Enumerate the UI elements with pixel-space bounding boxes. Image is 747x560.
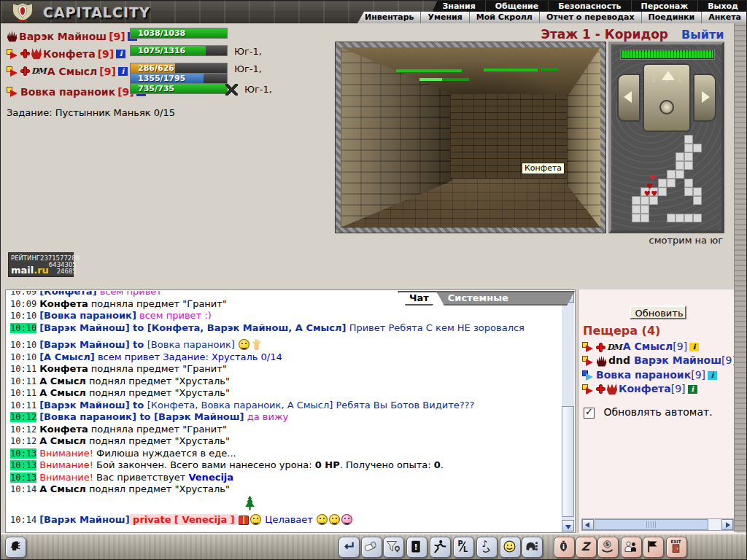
pl-icon: PL <box>455 539 471 554</box>
player-name[interactable]: Варэк Майнош <box>19 31 107 42</box>
people-button[interactable] <box>621 537 642 558</box>
info-icon[interactable]: i <box>116 50 125 58</box>
player-name[interactable]: Конфета <box>43 48 96 60</box>
strafe-left-button[interactable] <box>617 74 640 122</box>
chat-player-link[interactable]: [Варэк Майнош] <box>154 411 244 422</box>
chat-text: to <box>136 411 154 422</box>
gift-emoticon <box>239 516 249 525</box>
sub-menu-item[interactable]: Поединки <box>641 12 702 23</box>
scroll-down-button[interactable] <box>562 520 574 532</box>
door-alert-button[interactable]: ! <box>406 537 427 558</box>
chat-text: 0 <box>434 459 441 470</box>
sub-menu-item[interactable]: Анкета <box>701 12 747 23</box>
dungeon-viewport[interactable]: Конфета <box>335 42 606 233</box>
chat-timestamp: 10:12 <box>10 412 36 422</box>
map-cell <box>632 214 640 222</box>
transfer-button[interactable]: Z <box>576 537 597 558</box>
music-hand-button[interactable]: ♪ <box>476 537 498 558</box>
hp-bar: 1355/1795 <box>131 74 227 83</box>
chat-player-link[interactable]: [Варэк Майнош] <box>39 322 129 333</box>
chat-message: 10:13Внимание! Бой закончен. Всего вами … <box>10 459 560 472</box>
rating-badge[interactable]: РЕЙТИНГ 2371577288 mail.ru 6434305 24685 <box>8 252 74 277</box>
chat-player-link[interactable]: [Вовка параноик] <box>39 310 136 321</box>
player-name[interactable]: А Смысл <box>623 341 673 352</box>
turn-around-button[interactable] <box>659 100 674 114</box>
chat-tab-inactive[interactable]: Системные сообщения <box>436 291 575 306</box>
info-icon[interactable]: i <box>118 67 128 76</box>
player-level: [9] <box>109 31 125 42</box>
top-menu-item[interactable]: Общение <box>485 1 548 12</box>
dm-icon: DM <box>607 343 622 352</box>
top-menu-item[interactable]: Знания <box>433 1 485 12</box>
exit-link[interactable]: Выйти <box>681 28 724 42</box>
minimap-panel: ♥♥♥ <box>608 42 724 233</box>
panel-hscrollbar[interactable] <box>581 518 734 531</box>
sub-menu-item[interactable]: Мой Скролл <box>469 12 539 23</box>
hscroll-right-button[interactable] <box>721 519 733 530</box>
chat-scrollbar[interactable] <box>562 291 574 532</box>
chat-player-link[interactable]: [Варэк Майнош] <box>39 514 129 525</box>
sub-menu-item[interactable]: Отчет о переводах <box>539 12 641 23</box>
top-menu-item[interactable]: Безопасность <box>548 1 630 12</box>
map-heart-marker: ♥ <box>644 190 651 198</box>
chat-player-link[interactable]: [А Смысл] <box>39 351 95 362</box>
overhead-hp-bar <box>484 69 538 71</box>
smiley-face-button[interactable] <box>500 537 521 558</box>
chat-text: Вас приветствует <box>93 472 189 483</box>
map-cell <box>693 196 702 205</box>
smiley-emoticon <box>239 339 249 350</box>
player-name[interactable]: А Смысл <box>47 66 98 77</box>
exit-door-button[interactable]: EXIT <box>666 537 687 558</box>
info-icon[interactable]: i <box>708 371 717 380</box>
sub-menu-item[interactable]: Умения <box>420 12 468 23</box>
map-cell <box>693 214 702 222</box>
top-menu-item[interactable]: Выход <box>697 1 747 12</box>
chat-text: to <box>130 400 147 411</box>
coin-hand-button[interactable]: 5 <box>597 537 619 558</box>
info-bag-icon: i <box>556 539 571 554</box>
chat-player-link[interactable]: [Варэк Майнош] <box>39 339 129 350</box>
eraser-button[interactable] <box>361 537 382 558</box>
chat-player-link[interactable]: [Конфета, Варэк Майнош, А Смысл] <box>147 322 347 333</box>
move-forward-button[interactable] <box>662 71 675 80</box>
strafe-right-button[interactable] <box>693 74 716 122</box>
chat-text: поднял предмет "Хрусталь" <box>86 435 230 446</box>
filter-button[interactable] <box>383 537 404 558</box>
map-cell <box>640 214 649 222</box>
player-name[interactable]: Варэк Майнош <box>634 354 721 366</box>
map-cell <box>676 161 684 170</box>
refresh-button[interactable]: Обновить <box>630 306 686 319</box>
chat-text: Конфета <box>39 298 88 309</box>
tree-emoticon <box>244 496 255 510</box>
room-player-row: Конфета[9]i <box>582 383 736 395</box>
flag-button[interactable] <box>643 537 664 558</box>
player-name[interactable]: Вовка параноик <box>596 369 691 381</box>
player-name[interactable]: Вовка параноик <box>20 86 115 98</box>
info-icon[interactable]: i <box>689 343 699 351</box>
info-bag-button[interactable]: i <box>554 537 575 558</box>
chat-player-link[interactable]: [Вовка параноик] <box>39 411 136 422</box>
top-menu-item[interactable]: Персонаж <box>631 1 698 12</box>
info-icon[interactable]: i <box>688 385 697 394</box>
helmet-settings-button[interactable] <box>522 537 543 558</box>
hscroll-thumb[interactable] <box>595 519 708 530</box>
player-name[interactable]: Конфета <box>619 383 671 394</box>
chat-timestamp: 10:11 <box>10 376 36 386</box>
enter-button[interactable] <box>338 537 360 558</box>
chat-player-link[interactable]: [Варэк Майнош] <box>39 400 129 411</box>
scroll-thumb[interactable] <box>562 406 574 517</box>
svg-text:P: P <box>457 540 462 548</box>
quest-text: Задание: Пустынник Маньяк 0/15 <box>7 107 175 118</box>
chat-text: . <box>441 459 444 470</box>
minimap-grid[interactable]: ♥♥♥ <box>623 135 719 228</box>
map-cell <box>658 187 667 196</box>
chat-tab-active[interactable]: Чат <box>398 291 441 306</box>
hscroll-left-button[interactable] <box>582 519 594 530</box>
speak-button[interactable] <box>5 537 26 558</box>
pl-button[interactable]: PL <box>453 537 474 558</box>
sub-menu-item[interactable]: Инвентарь <box>357 12 420 23</box>
chat-player-link[interactable]: [Конфета] <box>39 291 96 297</box>
auto-refresh-checkbox[interactable] <box>584 408 595 419</box>
hp-bar-label: 1355/1795 <box>131 74 227 83</box>
runner-button[interactable] <box>430 537 451 558</box>
